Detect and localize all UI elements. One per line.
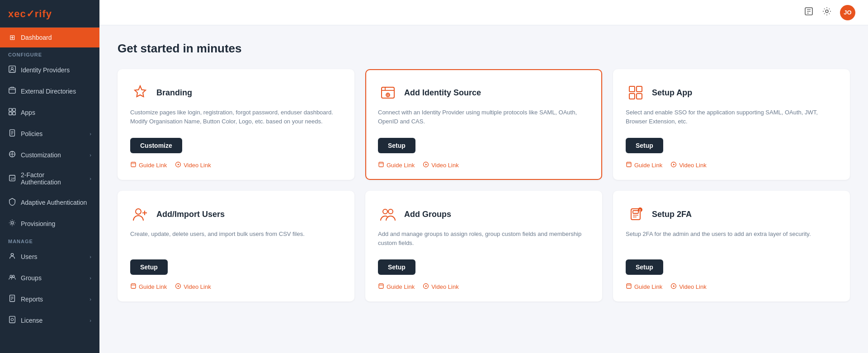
sidebar-item-adaptive-auth[interactable]: Adaptive Authentication [0,192,99,213]
card-desc-app: Select and enable SSO for the applicatio… [626,108,837,130]
branding-guide-link[interactable]: Guide Link [130,161,167,169]
users-setup-button[interactable]: Setup [130,259,168,275]
2fa-video-link[interactable]: Video Link [670,283,706,291]
card-add-identity-source: Add Identity Source Connect with an Iden… [365,69,602,180]
page-title: Get started in minutes [118,42,850,56]
svg-point-15 [11,221,13,224]
sidebar-item-label: Apps [21,109,35,116]
svg-point-24 [11,318,13,320]
card-add-users: Add/Import Users Create, update, delete … [118,191,354,301]
card-header-users: Add/Import Users [130,204,342,224]
card-title-2fa: Setup 2FA [652,210,692,219]
users-guide-link[interactable]: Guide Link [130,283,167,291]
chevron-icon: › [90,254,91,259]
svg-rect-52 [131,284,136,288]
svg-point-16 [11,254,13,256]
content-area: Get started in minutes Branding Customiz… [99,25,868,353]
sidebar-item-label: Identity Providers [21,66,70,74]
video-link-icon [670,161,677,169]
sidebar-item-label: 2-Factor Authentication [21,171,85,186]
card-desc-branding: Customize pages like login, registration… [130,108,342,130]
card-desc-identity: Connect with an Identity Provider using … [378,108,590,130]
sidebar-item-label: External Directories [21,88,76,95]
user-avatar[interactable]: JO [840,5,855,20]
sidebar-item-apps[interactable]: Apps [0,102,99,123]
video-link-icon [670,283,677,291]
book-icon[interactable] [804,6,814,19]
sidebar-item-groups[interactable]: Groups › [0,267,99,288]
svg-point-18 [12,275,14,278]
card-setup-app: Setup App Select and enable SSO for the … [613,69,850,180]
groups-icon [8,273,16,282]
card-header-branding: Branding [130,83,342,103]
video-link-icon [423,161,429,169]
sidebar-item-label: Adaptive Authentication [21,199,87,206]
chevron-icon: › [90,275,91,281]
identity-guide-link[interactable]: Guide Link [378,161,415,169]
svg-marker-54 [178,285,179,287]
add-groups-icon [378,204,398,224]
chevron-icon: › [90,131,91,136]
chevron-icon: › [90,318,91,323]
cards-grid: Branding Customize pages like login, reg… [118,69,850,301]
groups-video-link[interactable]: Video Link [423,283,458,291]
branding-video-link[interactable]: Video Link [175,161,211,169]
guide-link-icon [626,161,632,169]
guide-link-icon [130,161,137,169]
sidebar-item-identity-providers[interactable]: Identity Providers [0,59,99,80]
app-video-link[interactable]: Video Link [670,161,706,169]
apps-icon [8,108,16,117]
logo-icon: xec✓rify [8,8,52,19]
sidebar-item-label: Customization [21,151,61,159]
users-video-link[interactable]: Video Link [175,283,211,291]
branding-button[interactable]: Customize [130,138,182,153]
sidebar: xec✓rify ⊞ Dashboard Configure Identity … [0,0,99,353]
sidebar-item-2fa[interactable]: 2F 2-Factor Authentication › [0,165,99,192]
groups-setup-button[interactable]: Setup [378,259,415,275]
settings-icon[interactable] [822,6,832,19]
chevron-icon: › [90,297,91,302]
app-guide-link[interactable]: Guide Link [626,161,662,169]
sidebar-item-policies[interactable]: Policies › [0,123,99,144]
guide-link-icon [378,283,384,291]
sidebar-item-customization[interactable]: Customization › [0,144,99,165]
sidebar-item-dashboard[interactable]: ⊞ Dashboard [0,28,99,47]
add-identity-source-icon [378,83,398,103]
card-links-users: Guide Link Video Link [130,283,342,291]
sidebar-item-provisioning[interactable]: Provisioning [0,213,99,234]
topbar: JO [99,0,868,25]
card-desc-groups: Add and manage groups to assign roles, g… [378,230,590,251]
card-title-app: Setup App [652,88,692,98]
add-users-icon [130,204,150,224]
sidebar-item-reports[interactable]: Reports › [0,288,99,310]
card-header-identity: Add Identity Source [378,83,590,103]
svg-rect-66 [627,284,631,288]
identity-video-link[interactable]: Video Link [423,161,458,169]
card-branding: Branding Customize pages like login, reg… [118,69,354,180]
2fa-setup-button[interactable]: Setup [626,259,663,275]
2fa-guide-link[interactable]: Guide Link [626,283,662,291]
sidebar-section-configure: Configure [0,47,99,59]
svg-point-17 [10,275,12,278]
video-link-icon [423,283,429,291]
identity-setup-button[interactable]: Setup [378,138,415,153]
card-desc-2fa: Setup 2FA for the admin and the users to… [626,230,837,251]
svg-marker-59 [425,285,427,287]
sidebar-item-label: Policies [21,130,42,137]
sidebar-item-license[interactable]: License › [0,310,99,331]
card-title-groups: Add Groups [404,210,451,219]
svg-rect-46 [627,162,631,167]
card-header-groups: Add Groups [378,204,590,224]
sidebar-item-label: License [21,317,42,324]
sidebar-item-users[interactable]: Users › [0,246,99,267]
sidebar-item-external-directories[interactable]: External Directories [0,80,99,102]
app-setup-button[interactable]: Setup [626,138,663,153]
groups-guide-link[interactable]: Guide Link [378,283,415,291]
chevron-icon: › [90,152,91,158]
card-links-branding: Guide Link Video Link [130,161,342,169]
svg-rect-7 [13,112,15,115]
svg-rect-6 [9,112,12,115]
svg-point-29 [826,10,828,13]
policies-icon [8,129,16,138]
card-links-2fa: Guide Link Video Link [626,283,837,291]
